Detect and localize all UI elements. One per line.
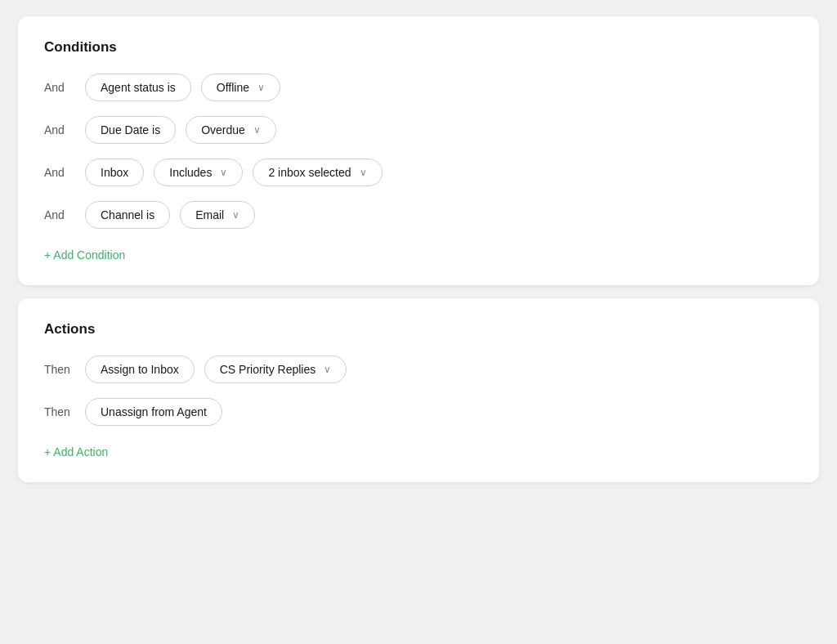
action-row-1: Then Assign to Inbox CS Priority Replies… (44, 356, 793, 383)
condition-label-3: And (44, 166, 75, 179)
conditions-card: Conditions And Agent status is Offline ∨… (18, 16, 819, 285)
condition-row-1: And Agent status is Offline ∨ (44, 74, 793, 101)
action-label-2: Then (44, 405, 75, 418)
condition-operator-dropdown-3[interactable]: Includes ∨ (154, 159, 243, 186)
actions-title: Actions (44, 321, 793, 338)
action-label-1: Then (44, 363, 75, 376)
chevron-icon-a1: ∨ (324, 364, 331, 375)
chevron-icon-3b: ∨ (360, 167, 367, 178)
condition-row-4: And Channel is Email ∨ (44, 201, 793, 229)
condition-label-4: And (44, 208, 75, 221)
condition-row-2: And Due Date is Overdue ∨ (44, 116, 793, 144)
chevron-icon-1: ∨ (257, 82, 265, 93)
condition-value-2: Overdue (201, 123, 245, 136)
action-field-2: Unassign from Agent (85, 398, 222, 426)
condition-value-dropdown-1[interactable]: Offline ∨ (201, 74, 280, 101)
chevron-icon-3a: ∨ (220, 167, 227, 178)
condition-label-2: And (44, 123, 75, 136)
condition-field-1: Agent status is (85, 74, 191, 101)
condition-value-4: Email (195, 208, 224, 221)
condition-operator-3: Includes (169, 166, 212, 179)
condition-field-2: Due Date is (85, 116, 176, 144)
action-value-1: CS Priority Replies (220, 363, 316, 376)
condition-value-dropdown-2[interactable]: Overdue ∨ (186, 116, 276, 144)
condition-row-3: And Inbox Includes ∨ 2 inbox selected ∨ (44, 159, 793, 186)
condition-value-1: Offline (217, 81, 249, 94)
conditions-title: Conditions (44, 39, 793, 56)
condition-value-3: 2 inbox selected (268, 166, 351, 179)
action-field-1: Assign to Inbox (85, 356, 195, 383)
condition-value-dropdown-4[interactable]: Email ∨ (180, 201, 255, 229)
actions-card: Actions Then Assign to Inbox CS Priority… (18, 298, 819, 482)
condition-label-1: And (44, 81, 75, 94)
action-value-dropdown-1[interactable]: CS Priority Replies ∨ (204, 356, 347, 383)
chevron-icon-2: ∨ (253, 124, 261, 136)
chevron-icon-4: ∨ (232, 209, 239, 221)
action-row-2: Then Unassign from Agent (44, 398, 793, 426)
condition-field-3: Inbox (85, 159, 144, 186)
add-condition-button[interactable]: + Add Condition (44, 248, 125, 262)
add-action-button[interactable]: + Add Action (44, 445, 108, 458)
condition-value-dropdown-3[interactable]: 2 inbox selected ∨ (253, 159, 382, 186)
condition-field-4: Channel is (85, 201, 170, 229)
